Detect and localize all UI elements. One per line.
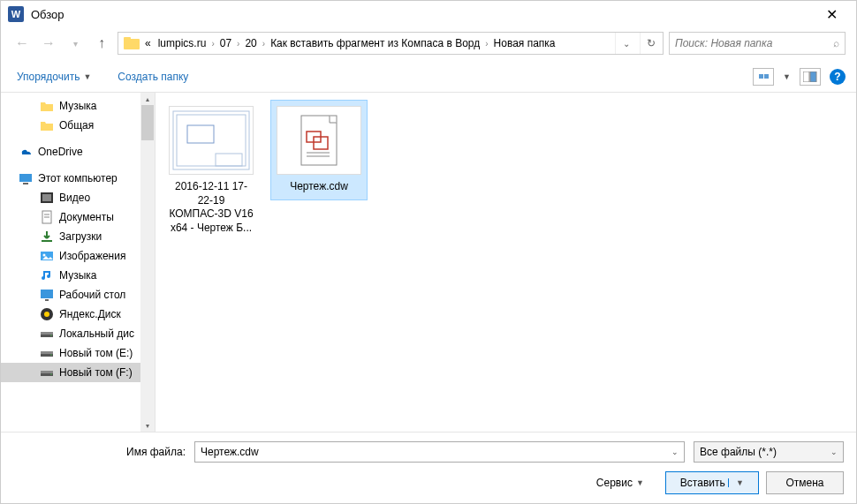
chevron-down-icon: ⌄ [830,448,838,456]
file-list: 2016-12-11 17-22-19 КОМПАС-3D V16 x64 - … [155,93,856,432]
crumb[interactable]: lumpics.ru [156,35,209,51]
tools-dropdown[interactable]: Сервис▼ [589,473,651,493]
docs-icon [40,210,54,224]
file-item[interactable]: 2016-12-11 17-22-19 КОМПАС-3D V16 x64 - … [163,100,260,241]
drive-icon [40,365,54,380]
tree-item-label: Изображения [59,250,125,262]
folder-icon [40,118,54,132]
file-thumbnail [169,106,254,175]
tree-item-drive[interactable]: Новый том (F:) [1,363,155,382]
tree-item-label: Видео [59,192,90,204]
svg-rect-12 [41,290,53,298]
view-mode-button[interactable] [753,68,774,86]
desktop-icon [40,288,54,302]
search-box[interactable]: ⌕ [669,32,846,55]
tree-item-folder[interactable]: Общая [1,116,155,135]
organize-button[interactable]: Упорядочить▼ [11,67,96,87]
tree-item-label: OneDrive [38,146,83,158]
tree-item-label: Документы [59,211,114,223]
scroll-thumb[interactable] [141,105,154,140]
tree-item-desktop[interactable]: Рабочий стол [1,285,155,305]
file-thumbnail [277,106,361,175]
svg-point-23 [50,373,52,375]
tree-item-docs[interactable]: Документы [1,207,155,227]
scroll-up-icon[interactable]: ▴ [141,93,154,105]
file-type-filter[interactable]: Все файлы (*.*) ⌄ [694,441,844,463]
svg-rect-13 [45,299,49,301]
chevron-right-icon: › [237,39,239,49]
tree-item-folder[interactable]: Музыка [1,96,155,116]
file-label: 2016-12-11 17-22-19 КОМПАС-3D V16 x64 - … [169,180,254,235]
bottom-panel: Имя файла: Чертеж.cdw ⌄ Все файлы (*.*) … [1,432,856,503]
svg-rect-1 [810,71,816,82]
help-button[interactable]: ? [830,69,846,85]
search-icon: ⌕ [833,37,839,49]
tree-item-drive[interactable]: Новый том (E:) [1,343,155,363]
new-folder-button[interactable]: Создать папку [112,67,193,87]
titlebar: W Обзор ✕ [1,1,856,27]
tree-item-onedrive[interactable]: OneDrive [1,142,155,162]
images-icon [40,249,54,263]
nav-back[interactable]: ← [11,33,33,54]
view-dropdown[interactable]: ▼ [783,72,791,81]
address-dropdown[interactable]: ⌄ [615,33,636,54]
crumb[interactable]: 20 [243,35,258,51]
tree-item-images[interactable]: Изображения [1,246,155,266]
nav-up[interactable]: ↑ [91,33,112,54]
folder-icon [124,37,140,49]
crumb[interactable]: Новая папка [492,35,557,51]
crumb[interactable]: Как вставить фрагмент из Компаса в Ворд [269,35,482,51]
nav-row: ← → ▾ ↑ « lumpics.ru› 07› 20› Как встави… [1,27,856,59]
svg-rect-0 [803,71,809,82]
tree-item-label: Этот компьютер [38,172,118,184]
chevron-right-icon: › [211,39,214,49]
tree-item-label: Яндекс.Диск [59,308,121,320]
tree-item-drive[interactable]: Локальный дис [1,324,155,343]
file-label: Чертеж.cdw [277,180,361,194]
crumb[interactable]: « [143,35,153,51]
tree-item-video[interactable]: Видео [1,188,155,207]
chevron-down-icon[interactable]: ⌄ [671,448,679,456]
word-icon: W [8,6,24,22]
svg-rect-2 [19,174,32,182]
preview-pane-button[interactable] [800,68,821,86]
scroll-down-icon[interactable]: ▾ [141,419,154,432]
tree-item-label: Рабочий стол [59,289,125,301]
cancel-button[interactable]: Отмена [766,471,844,494]
refresh-button[interactable]: ↻ [640,33,661,54]
svg-rect-24 [173,111,249,169]
nav-recent-dropdown[interactable]: ▾ [64,33,86,54]
svg-rect-9 [42,240,52,242]
open-button[interactable]: Вставить ▼ [665,471,759,494]
close-button[interactable]: ✕ [814,1,849,27]
file-item[interactable]: Чертеж.cdw [270,100,368,200]
folder-icon [40,99,54,113]
nav-forward[interactable]: → [38,33,59,54]
tree-item-pc[interactable]: Этот компьютер [1,169,155,188]
tree-item-label: Загрузки [59,230,102,243]
crumb[interactable]: 07 [218,35,233,51]
svg-point-20 [50,354,52,356]
tree-item-label: Музыка [59,269,96,282]
tree-scrollbar[interactable]: ▴ ▾ [140,93,155,432]
filename-input[interactable]: Чертеж.cdw ⌄ [194,441,685,463]
downloads-icon [40,229,54,244]
address-bar[interactable]: « lumpics.ru› 07› 20› Как вставить фрагм… [118,32,664,55]
yadisk-icon [40,307,54,321]
tree-item-label: Музыка [59,100,96,112]
tree-item-label: Общая [59,119,94,132]
video-icon [40,191,54,205]
window-title: Обзор [31,8,814,21]
svg-rect-5 [42,194,51,201]
svg-rect-3 [23,183,28,184]
tree-item-label: Новый том (F:) [59,366,133,379]
svg-point-17 [50,335,52,336]
search-input[interactable] [675,37,828,49]
file-dialog: W Обзор ✕ ← → ▾ ↑ « lumpics.ru› 07› 20› … [0,0,857,504]
tree-item-music[interactable]: Музыка [1,266,155,285]
tree-item-downloads[interactable]: Загрузки [1,227,155,246]
tree-item-yadisk[interactable]: Яндекс.Диск [1,305,155,324]
drive-icon [40,327,54,341]
tree-item-label: Локальный дис [59,327,134,340]
onedrive-icon [19,145,33,159]
